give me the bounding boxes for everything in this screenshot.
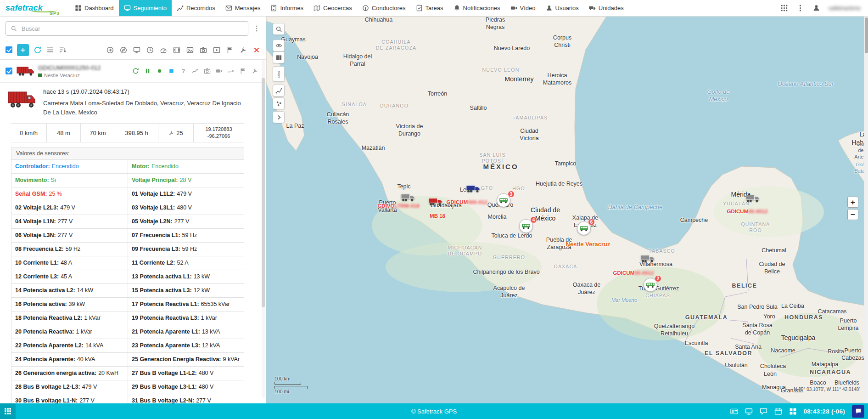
stat-cell: 25	[158, 124, 194, 142]
unit-status-dot[interactable]	[156, 68, 163, 74]
apps-grid-icon[interactable]	[780, 4, 788, 12]
app-logo[interactable]: safetrack GPS	[0, 0, 70, 16]
tab-video[interactable]: Vídeo	[505, 0, 541, 16]
unit-list-item[interactable]: GDICUM00001250-012 Nestle Veracruz ?	[0, 60, 266, 83]
users-icon	[546, 5, 553, 11]
playbox-icon[interactable]	[213, 46, 220, 54]
film-icon[interactable]	[173, 46, 180, 54]
dashboard-icon	[75, 5, 82, 11]
map-expand-button[interactable]	[273, 111, 285, 123]
sensor-cell: 07 Frecuencia L1:59 Hz	[128, 229, 244, 242]
tab-usuarios[interactable]: Usuarios	[541, 0, 584, 16]
bottom-menu-button[interactable]	[0, 403, 16, 419]
sensor-cell: 06 Voltaje L3N:277 V	[11, 229, 128, 242]
sort-icon[interactable]	[59, 46, 67, 54]
flag-icon[interactable]	[226, 46, 234, 54]
select-all-checkbox[interactable]	[6, 46, 12, 53]
support-chat-button[interactable]	[852, 405, 864, 418]
unit-wrench-icon[interactable]	[252, 68, 258, 74]
map-layers-button[interactable]	[273, 51, 285, 63]
truck-marker-grey[interactable]	[640, 255, 655, 263]
sensor-cell: Controlador:Encendido	[11, 160, 128, 173]
sensor-row: 22 Potencia Aparente L2:14 kVA 23 Potenc…	[11, 339, 244, 353]
camera-icon[interactable]	[200, 46, 207, 54]
page-scrollbar[interactable]	[864, 17, 868, 403]
kebab-menu-icon[interactable]	[796, 4, 804, 12]
unit-camera-icon[interactable]	[204, 68, 211, 74]
tasks-icon	[416, 5, 423, 11]
zoom-in-button[interactable]: +	[847, 197, 858, 208]
map-cluster-button[interactable]	[273, 97, 285, 109]
refresh-list-icon[interactable]	[34, 46, 42, 54]
wrench-icon[interactable]	[240, 46, 247, 54]
report-icon	[270, 5, 277, 11]
map-measure-button[interactable]	[273, 66, 285, 82]
unit-square-icon[interactable]	[168, 68, 175, 74]
truck-marker-navy[interactable]	[466, 185, 481, 193]
sensors-header: Valores de sensores:	[11, 147, 244, 159]
screen-icon[interactable]	[133, 46, 140, 54]
cluster-marker[interactable]: 3	[497, 193, 510, 207]
address-text: Carretera Mata Loma-Soledad De Doblado, …	[43, 99, 244, 117]
tab-unidades[interactable]: Unidades	[584, 0, 629, 16]
unit-stats-row: 0 km/h 48 m 70 km 398.95 h	[11, 123, 244, 142]
sensor-cell: 30 Bus B voltage L1-N:277 V	[11, 394, 128, 403]
unit-flag-icon[interactable]	[240, 68, 246, 74]
truck-marker-red[interactable]	[428, 198, 443, 206]
cluster-count-badge: 2	[655, 275, 661, 282]
stat-cell: 48 m	[47, 124, 81, 142]
sensor-cell: 31 Bus B voltage L2-N:277 V	[128, 394, 244, 403]
tab-mensajes[interactable]: Mensajes	[220, 0, 266, 16]
sensor-row: 12 Corriente L3:45 A 13 Potencia activa …	[11, 270, 244, 284]
close-icon[interactable]	[253, 46, 260, 54]
unit-group-label: Nestle Veracruz	[44, 73, 80, 78]
unit-video-icon[interactable]	[216, 68, 223, 74]
sensor-row: 16 Potencia activa:39 kW 17 Potencia Rea…	[11, 298, 244, 311]
tab-geocercas[interactable]: Geocercas	[308, 0, 357, 16]
cluster-marker[interactable]: 6	[577, 221, 591, 235]
sensor-cell: 03 Voltaje L3L1:480 V	[128, 201, 244, 215]
tab-conductores[interactable]: Conductores	[357, 0, 411, 16]
user-icon[interactable]	[812, 4, 820, 12]
sidebar-scrollbar-thumb[interactable]	[262, 78, 265, 307]
tab-informes[interactable]: Informes	[265, 0, 308, 16]
unit-pause-icon[interactable]	[144, 68, 151, 74]
map-visibility-button[interactable]	[273, 40, 285, 51]
map-search-button[interactable]	[273, 23, 285, 35]
gauge-icon[interactable]	[160, 46, 167, 54]
tab-notificaciones[interactable]: Notificaciones	[448, 0, 505, 16]
tab-tareas[interactable]: Tareas	[411, 0, 448, 16]
unit-signal-icon[interactable]	[192, 68, 199, 74]
tab-dashboard[interactable]: Dashboard	[70, 0, 119, 16]
list-menu-icon[interactable]	[46, 46, 54, 54]
clock-icon[interactable]	[146, 46, 154, 54]
search-input[interactable]	[21, 25, 243, 33]
tab-recorridos[interactable]: Recorridos	[172, 0, 220, 16]
cluster-marker[interactable]: 2	[644, 278, 657, 292]
zoom-out-button[interactable]: −	[847, 209, 858, 220]
unit-checkbox[interactable]	[6, 68, 12, 74]
add-unit-button[interactable]	[17, 44, 29, 56]
truck-marker-grey[interactable]	[745, 194, 760, 203]
sidebar-scrollbar[interactable]	[262, 60, 265, 398]
page-scrollbar-thumb[interactable]	[865, 17, 868, 53]
svg-text:?: ?	[182, 68, 185, 74]
unit-gps-icon[interactable]: gps	[228, 68, 235, 74]
image-icon[interactable]	[186, 46, 194, 54]
map-canvas[interactable]: Chihuahua Piedras Negras Corpus Christi …	[266, 17, 868, 403]
topbar-right-group: safetrackmx	[780, 0, 868, 16]
unit-question-icon[interactable]: ?	[180, 68, 187, 74]
clock-text: 08:43:28 (-06)	[804, 408, 846, 415]
follow-icon[interactable]	[106, 46, 114, 54]
sensor-cell: 01 Voltaje L1L2:479 V	[128, 187, 244, 201]
unit-follow-icon[interactable]	[132, 68, 139, 74]
tab-seguimiento[interactable]: Seguimiento	[119, 0, 172, 16]
truck-marker-grey[interactable]	[401, 193, 415, 202]
cluster-marker[interactable]: 4	[519, 219, 533, 233]
search-box	[6, 21, 248, 36]
username-text[interactable]: safetrackmx	[829, 5, 861, 11]
sensor-cell: 08 Frecuencia L2:59 Hz	[11, 243, 128, 256]
map-route-button[interactable]	[273, 85, 285, 96]
search-kebab-icon[interactable]	[253, 25, 260, 32]
compass-icon[interactable]	[120, 46, 127, 54]
